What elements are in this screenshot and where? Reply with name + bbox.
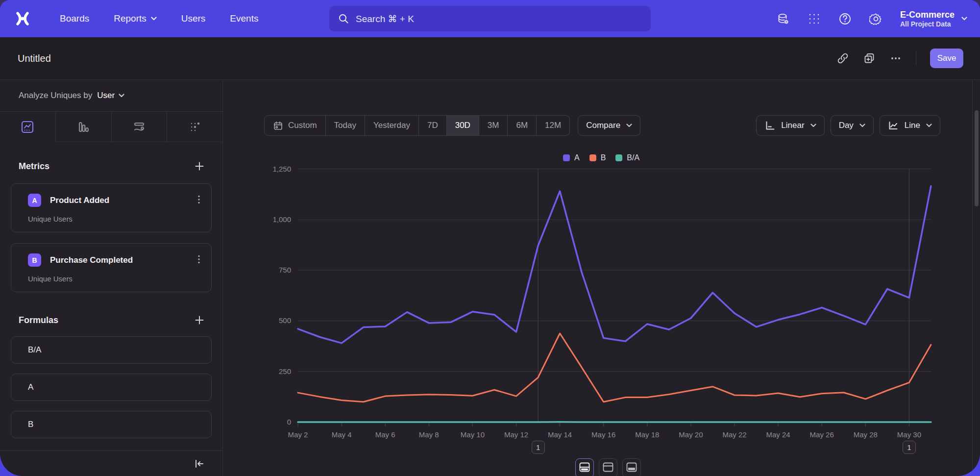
formula-card[interactable]: B: [11, 411, 212, 438]
analyze-label: Analyze Uniques by: [19, 91, 92, 100]
x-axis-label: May 22: [722, 430, 746, 439]
layout-table-only-button[interactable]: [622, 458, 641, 476]
chevron-down-icon: [961, 17, 967, 21]
chart-and-table-layout-icon: [579, 462, 590, 472]
interval-dropdown[interactable]: Day: [831, 115, 874, 136]
legend-swatch: [563, 154, 570, 161]
mixpanel-logo-icon[interactable]: [14, 10, 31, 27]
analyze-entity-dropdown[interactable]: User: [97, 91, 124, 100]
range-6m[interactable]: 6M: [508, 116, 537, 135]
metric-aggregation[interactable]: Unique Users: [28, 275, 202, 283]
range-30d[interactable]: 30D: [447, 116, 479, 135]
line-chart: 02505007501,0001,250May 2May 4May 6May 8…: [223, 80, 972, 476]
chart-panel: Custom Today Yesterday 7D 30D 3M 6M 12M …: [223, 80, 980, 476]
annotation-badge[interactable]: 1: [903, 441, 916, 454]
layout-chart-only-button[interactable]: [599, 458, 617, 476]
range-3m[interactable]: 3M: [479, 116, 508, 135]
nav-item-events[interactable]: Events: [230, 13, 258, 24]
nav-item-users[interactable]: Users: [181, 13, 206, 24]
report-sheet: Untitled: [0, 37, 980, 476]
compare-dropdown[interactable]: Compare: [578, 115, 640, 136]
x-axis-label: May 26: [810, 430, 834, 439]
duplicate-icon[interactable]: [863, 52, 876, 65]
help-icon[interactable]: [838, 12, 852, 25]
content-area: Analyze Uniques by User: [0, 80, 980, 476]
range-7d[interactable]: 7D: [419, 116, 447, 135]
chart-type-dropdown[interactable]: Line: [880, 115, 940, 136]
search-icon: [338, 13, 349, 24]
metric-name: Purchase Completed: [50, 255, 133, 265]
collapse-sidebar-icon[interactable]: [194, 458, 205, 469]
x-axis-label: May 2: [288, 430, 308, 439]
top-nav: Boards Reports Users Events Search ⌘ + K: [0, 0, 980, 37]
settings-gear-icon[interactable]: [869, 12, 882, 25]
range-today[interactable]: Today: [326, 116, 365, 135]
date-controls: Custom Today Yesterday 7D 30D 3M 6M 12M …: [264, 115, 640, 136]
chart-type-label: Line: [905, 121, 920, 130]
y-axis-label: 0: [287, 418, 291, 426]
report-title[interactable]: Untitled: [18, 53, 51, 64]
legend-swatch: [589, 154, 596, 161]
search-input[interactable]: Search ⌘ + K: [329, 6, 651, 31]
copy-link-icon[interactable]: [836, 52, 849, 65]
tab-insights-line[interactable]: [0, 112, 56, 142]
nav-item-label: Boards: [60, 13, 89, 24]
nav-item-reports[interactable]: Reports: [114, 13, 157, 24]
scale-label: Linear: [781, 121, 804, 130]
tab-flows[interactable]: [112, 112, 168, 142]
range-yesterday[interactable]: Yesterday: [365, 116, 419, 135]
divider: [916, 51, 916, 66]
project-switcher[interactable]: E-Commerce All Project Data: [900, 9, 967, 28]
formulas-title: Formulas: [19, 315, 58, 326]
report-header-actions: Save: [836, 49, 963, 68]
tab-retention[interactable]: [167, 112, 222, 142]
x-axis-label: May 30: [897, 430, 921, 439]
display-controls: Linear Day: [756, 115, 940, 136]
nav-item-label: Events: [230, 13, 258, 24]
scrollbar-thumb[interactable]: [975, 110, 979, 206]
legend-item-b[interactable]: B: [589, 153, 606, 162]
series-line-b[interactable]: [298, 333, 931, 402]
formula-card[interactable]: B/A: [11, 336, 212, 364]
nav-item-label: Reports: [114, 13, 147, 24]
tab-funnels-bars[interactable]: [56, 112, 112, 142]
metric-card-top: A Product Added: [28, 194, 202, 207]
formula-card[interactable]: A: [11, 374, 212, 401]
project-name: E-Commerce: [900, 9, 955, 21]
apps-grid-icon[interactable]: [808, 12, 821, 25]
legend-item-b-a[interactable]: B/A: [615, 153, 639, 162]
range-custom[interactable]: Custom: [265, 116, 326, 135]
chevron-down-icon: [151, 17, 157, 21]
metric-badge-b: B: [28, 253, 41, 267]
legend-item-a[interactable]: A: [563, 153, 580, 162]
metric-menu-icon[interactable]: [195, 254, 203, 264]
annotation-badge[interactable]: 1: [532, 441, 545, 454]
add-metric-button[interactable]: [194, 161, 205, 172]
x-axis-label: May 24: [766, 430, 790, 439]
series-line-a[interactable]: [298, 186, 931, 343]
x-axis-label: May 16: [591, 430, 615, 439]
x-axis-label: May 4: [332, 430, 352, 439]
metrics-section-header: Metrics: [19, 161, 205, 172]
metric-card-b[interactable]: B Purchase Completed Unique Users: [11, 243, 212, 292]
y-axis-label: 750: [279, 266, 291, 274]
scrollbar-gutter: [972, 80, 980, 476]
more-options-icon[interactable]: [889, 52, 902, 65]
data-management-icon[interactable]: [777, 12, 790, 25]
save-button[interactable]: Save: [930, 49, 963, 68]
range-label: 6M: [516, 121, 528, 130]
y-axis-label: 500: [279, 316, 291, 325]
add-formula-button[interactable]: [194, 315, 205, 326]
layout-chart-and-table-button[interactable]: [575, 458, 594, 476]
retention-grid-icon: [188, 120, 202, 134]
x-axis-label: May 20: [679, 430, 703, 439]
formula-label: B/A: [28, 345, 41, 355]
nav-item-boards[interactable]: Boards: [60, 13, 89, 24]
legend-label: A: [574, 153, 580, 162]
scale-dropdown[interactable]: Linear: [756, 115, 824, 136]
metric-menu-icon[interactable]: [195, 195, 203, 204]
metric-card-a[interactable]: A Product Added Unique Users: [11, 183, 212, 232]
range-12m[interactable]: 12M: [537, 116, 569, 135]
metric-aggregation[interactable]: Unique Users: [28, 215, 202, 223]
project-scope: All Project Data: [900, 20, 955, 28]
